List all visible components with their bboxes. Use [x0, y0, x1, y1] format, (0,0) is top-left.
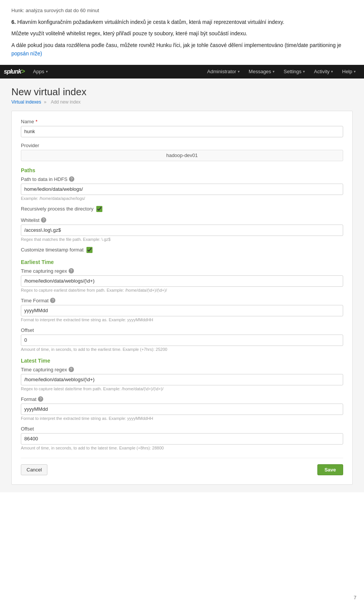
nav-apps[interactable]: Apps ▾	[28, 65, 52, 79]
document-tab-title: Hunk: analýza surových dat do 60 minut	[11, 8, 353, 13]
brand-logo: splunk>	[4, 68, 25, 75]
paragraph1: 6. Hlavním konfiguračním požadavkem virt…	[11, 18, 353, 26]
latest-offset-input[interactable]	[21, 433, 343, 445]
customize-ts-row: Customize timestamp format	[21, 247, 343, 253]
earliest-format-hint: Format to interpret the extracted time s…	[21, 317, 343, 322]
document-area: Hunk: analýza surových dat do 60 minut 6…	[0, 0, 364, 65]
chevron-down-icon: ▾	[303, 69, 305, 74]
whitelist-input[interactable]	[21, 225, 343, 236]
chevron-down-icon: ▾	[273, 69, 275, 74]
latest-format-help-icon[interactable]: ?	[38, 396, 43, 402]
nav-messages[interactable]: Messages ▾	[244, 65, 279, 79]
chevron-down-icon: ▾	[46, 69, 48, 74]
latest-section-label: Latest Time	[21, 358, 343, 364]
whitelist-hint: Regex that matches the file path. Exampl…	[21, 237, 343, 242]
earliest-regex-group: Time capturing regex ? Regex to capture …	[21, 268, 343, 292]
earliest-offset-group: Offset Amount of time, in seconds, to ad…	[21, 327, 343, 352]
recursively-label: Recursively process the directory	[21, 206, 93, 212]
latest-regex-help-icon[interactable]: ?	[69, 367, 74, 372]
earliest-regex-input[interactable]	[21, 275, 343, 287]
earliest-format-input[interactable]	[21, 305, 343, 316]
earliest-offset-hint: Amount of time, in seconds, to add to th…	[21, 347, 343, 352]
latest-offset-label: Offset	[21, 426, 343, 432]
breadcrumb-virtual-indexes[interactable]: Virtual indexes	[11, 99, 41, 105]
name-group: Name *	[21, 119, 343, 137]
latest-regex-group: Time capturing regex ? Regex to capture …	[21, 367, 343, 391]
name-label: Name *	[21, 119, 343, 124]
earliest-regex-help-icon[interactable]: ?	[69, 268, 74, 273]
form-container: Name * Provider Paths Path to data in HD…	[11, 111, 353, 485]
save-button[interactable]: Save	[317, 464, 343, 475]
name-input[interactable]	[21, 126, 343, 137]
chevron-down-icon: ▾	[331, 69, 333, 74]
paragraph2: Můžete využít volitelně whitelist regex,…	[11, 29, 353, 38]
provider-group: Provider	[21, 143, 343, 161]
earliest-format-group: Time Format ? Format to interpret the ex…	[21, 298, 343, 322]
chevron-down-icon: ▾	[354, 69, 356, 74]
paths-section-label: Paths	[21, 167, 343, 173]
navbar: splunk> Apps ▾ Administrator ▾ Messages …	[0, 65, 364, 79]
earliest-offset-input[interactable]	[21, 335, 343, 346]
provider-label: Provider	[21, 143, 343, 148]
cancel-button[interactable]: Cancel	[21, 464, 47, 475]
latest-format-hint: Format to interpret the extracted time s…	[21, 416, 343, 421]
latest-format-label: Format ?	[21, 396, 343, 402]
form-actions: Cancel Save	[21, 458, 343, 475]
nav-help[interactable]: Help ▾	[337, 65, 360, 79]
required-indicator: *	[36, 119, 38, 124]
paragraph3: A dále pokud jsou data rozdělena podle č…	[11, 41, 353, 58]
earliest-format-label: Time Format ?	[21, 298, 343, 303]
whitelist-help-icon[interactable]: ?	[41, 217, 46, 223]
latest-format-input[interactable]	[21, 404, 343, 415]
latest-regex-input[interactable]	[21, 374, 343, 385]
path-hdfs-label: Path to data in HDFS ?	[21, 176, 343, 182]
latest-regex-hint: Regex to capture latest date/time from p…	[21, 386, 343, 391]
whitelist-label: Whitelist ?	[21, 217, 343, 223]
earliest-format-help-icon[interactable]: ?	[50, 298, 55, 303]
page-title: New virtual index	[11, 86, 353, 98]
chevron-down-icon: ▾	[238, 69, 240, 74]
popsán-níže-link[interactable]: popsán níže)	[11, 50, 42, 57]
latest-regex-label: Time capturing regex ?	[21, 367, 343, 372]
recursively-row: Recursively process the directory	[21, 206, 343, 212]
path-hdfs-help-icon[interactable]: ?	[69, 176, 74, 182]
breadcrumb: Virtual indexes » Add new index	[11, 99, 353, 105]
path-hdfs-hint: Example: /home/data/apache/logs/	[21, 196, 343, 201]
provider-input	[21, 150, 343, 161]
nav-administrator[interactable]: Administrator ▾	[202, 65, 244, 79]
earliest-offset-label: Offset	[21, 327, 343, 333]
path-hdfs-input[interactable]	[21, 184, 343, 195]
earliest-regex-hint: Regex to capture earliest date/time from…	[21, 288, 343, 292]
latest-format-group: Format ? Format to interpret the extract…	[21, 396, 343, 421]
latest-offset-hint: Amount of time, in seconds, to add to th…	[21, 446, 343, 450]
page-content: New virtual index Virtual indexes » Add …	[0, 79, 364, 492]
splunk-logo: splunk>	[4, 68, 25, 75]
latest-offset-group: Offset Amount of time, in seconds, to ad…	[21, 426, 343, 450]
earliest-section-label: Earliest Time	[21, 259, 343, 265]
nav-settings[interactable]: Settings ▾	[279, 65, 309, 79]
recursively-checkbox[interactable]	[96, 206, 102, 212]
whitelist-group: Whitelist ? Regex that matches the file …	[21, 217, 343, 242]
customize-ts-checkbox[interactable]	[86, 247, 93, 253]
earliest-regex-label: Time capturing regex ?	[21, 268, 343, 274]
customize-ts-label: Customize timestamp format	[21, 247, 83, 253]
path-hdfs-group: Path to data in HDFS ? Example: /home/da…	[21, 176, 343, 201]
nav-activity[interactable]: Activity ▾	[309, 65, 337, 79]
